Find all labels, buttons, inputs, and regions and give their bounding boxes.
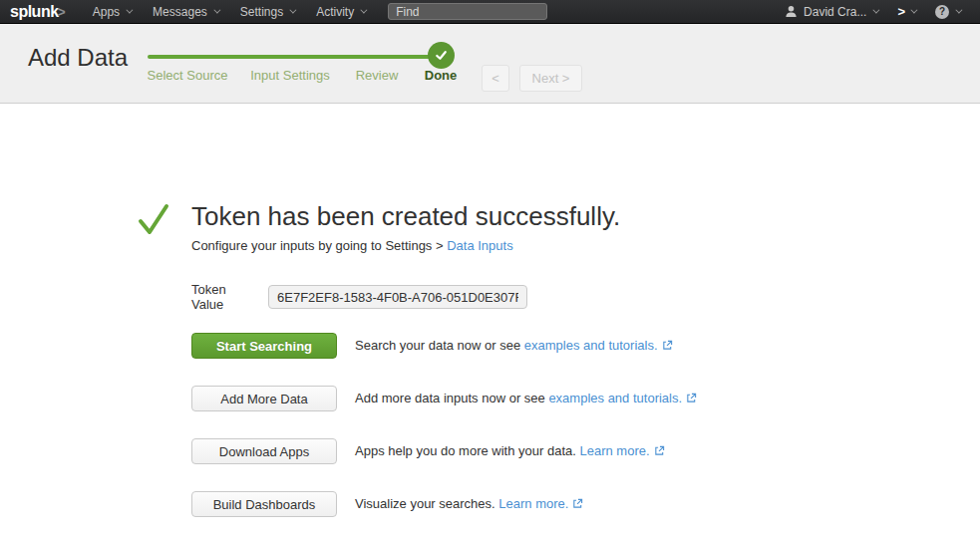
external-link-icon: [686, 392, 697, 406]
help-icon: ?: [935, 5, 949, 19]
examples-tutorials-link[interactable]: examples and tutorials.: [548, 391, 682, 405]
chevron-down-icon: [213, 7, 220, 14]
menu-apps-label: Apps: [93, 5, 120, 19]
build-dashboards-button[interactable]: Build Dashboards: [191, 491, 337, 517]
splunk-logo[interactable]: splunk>: [10, 3, 66, 21]
page-header: Add Data Select Source Input Settings Re…: [0, 24, 980, 104]
desc-text: Visualize your searches.: [355, 496, 498, 511]
external-link-icon: [662, 339, 673, 354]
stepper-done-checkmark-icon: [428, 42, 455, 69]
action-row-start-searching: Start Searching Search your data now or …: [191, 333, 673, 359]
chevron-down-icon: [361, 7, 368, 14]
user-name-label: David Cra...: [804, 5, 866, 19]
navbar-right: David Cra... > ?: [775, 0, 980, 23]
external-link-icon: [654, 444, 665, 459]
back-button[interactable]: <: [482, 65, 509, 92]
step-review: Review: [356, 68, 399, 83]
learn-more-link[interactable]: Learn more.: [579, 443, 649, 458]
start-searching-button[interactable]: Start Searching: [191, 333, 337, 359]
wizard-stepper: Select Source Input Settings Review Done: [148, 24, 457, 104]
splunk-logo-text: splunk: [10, 3, 59, 21]
app-switcher-menu[interactable]: >: [887, 0, 925, 23]
splunk-logo-chevron-icon: >: [58, 4, 66, 20]
examples-tutorials-link[interactable]: examples and tutorials.: [524, 338, 658, 353]
build-dashboards-desc: Visualize your searches. Learn more.: [355, 496, 583, 512]
data-inputs-link[interactable]: Data Inputs: [447, 238, 513, 253]
configure-hint: Configure your inputs by going to Settin…: [191, 238, 513, 253]
token-value-input[interactable]: [268, 285, 527, 309]
find-search: [388, 3, 547, 20]
action-row-add-more-data: Add More Data Add more data inputs now o…: [191, 386, 697, 411]
action-row-download-apps: Download Apps Apps help you do more with…: [191, 438, 665, 464]
find-search-input[interactable]: [388, 3, 547, 20]
help-menu[interactable]: ?: [925, 0, 970, 23]
chevron-down-icon: [910, 7, 917, 14]
configure-hint-text: Configure your inputs by going to Settin…: [191, 238, 447, 253]
wizard-nav-buttons: < Next >: [482, 65, 582, 92]
menu-settings[interactable]: Settings: [229, 0, 305, 23]
desc-text: Search your data now or see: [355, 338, 524, 353]
user-icon: [785, 5, 798, 18]
token-value-label: Token Value: [191, 282, 255, 312]
action-row-build-dashboards: Build Dashboards Visualize your searches…: [191, 491, 583, 517]
chevron-down-icon: [290, 7, 297, 14]
user-menu[interactable]: David Cra...: [775, 0, 887, 23]
main-content: Token has been created successfully. Con…: [0, 105, 980, 537]
splunk-caret-icon: >: [897, 4, 904, 19]
download-apps-desc: Apps help you do more with your data. Le…: [355, 443, 665, 459]
desc-text: Add more data inputs now or see: [355, 391, 548, 405]
token-row: Token Value: [191, 282, 527, 312]
step-done: Done: [425, 68, 458, 83]
menu-activity[interactable]: Activity: [305, 0, 376, 23]
chevron-down-icon: [126, 7, 133, 14]
download-apps-button[interactable]: Download Apps: [191, 438, 337, 464]
desc-text: Apps help you do more with your data.: [355, 443, 579, 458]
menu-messages-label: Messages: [153, 5, 207, 19]
menu-apps[interactable]: Apps: [82, 0, 142, 23]
external-link-icon: [572, 497, 583, 512]
chevron-down-icon: [873, 7, 880, 14]
menu-settings-label: Settings: [240, 5, 283, 19]
stepper-progress-line: [148, 55, 441, 59]
add-more-data-button[interactable]: Add More Data: [191, 386, 337, 411]
step-select-source: Select Source: [148, 68, 228, 83]
splunk-add-data-page: splunk> Apps Messages Settings Activity: [0, 0, 980, 537]
menu-messages[interactable]: Messages: [142, 0, 229, 23]
menu-activity-label: Activity: [316, 5, 354, 19]
add-more-data-desc: Add more data inputs now or see examples…: [355, 391, 697, 406]
success-heading: Token has been created successfully.: [191, 201, 620, 232]
next-button[interactable]: Next >: [519, 65, 582, 92]
success-checkmark-icon: [138, 202, 169, 236]
step-input-settings: Input Settings: [250, 68, 330, 83]
chevron-down-icon: [955, 7, 962, 14]
start-searching-desc: Search your data now or see examples and…: [355, 338, 673, 354]
page-title: Add Data: [28, 44, 128, 72]
learn-more-link[interactable]: Learn more.: [498, 496, 568, 511]
top-navbar: splunk> Apps Messages Settings Activity: [0, 0, 980, 24]
